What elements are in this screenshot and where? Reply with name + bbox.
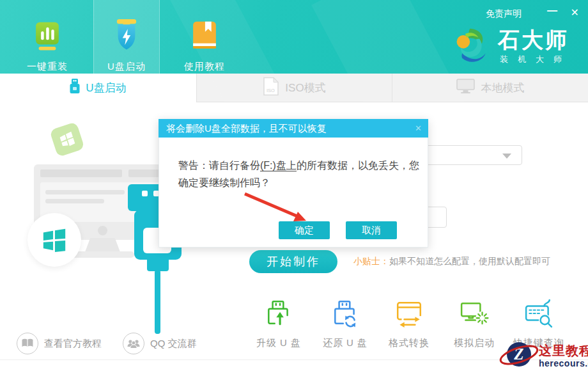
app-logo: 石大师 装机大师: [453, 26, 571, 67]
book-icon: [189, 19, 220, 56]
link-label: QQ 交流群: [150, 338, 197, 350]
tool-label: 还原 U 盘: [314, 337, 376, 349]
confirm-button[interactable]: 确定: [279, 221, 330, 239]
dialog-warning-text: 警告：请自行备份(F:)盘上的所有数据，以免丢失，您确定要继续制作吗？: [178, 157, 422, 191]
chevron-down-icon: [502, 154, 511, 159]
tool-label: 格式转换: [378, 337, 440, 349]
tool-simulate-boot[interactable]: 模拟启动: [444, 299, 505, 349]
watermark-title: 这里教程网: [539, 343, 588, 358]
shield-lightning-icon: [111, 18, 143, 56]
tool-restore-usb[interactable]: 还原 U 盘: [314, 299, 376, 349]
tool-upgrade-usb[interactable]: 升级 U 盘: [248, 299, 309, 349]
usb-upgrade-icon: [264, 320, 293, 331]
windows-tile-icon: [49, 122, 84, 157]
drive-letter: (F:)盘上: [260, 160, 297, 171]
nav-item-usb-boot[interactable]: U盘启动: [96, 19, 157, 73]
nav-item-onekey-reinstall[interactable]: 一键重装: [17, 19, 78, 73]
app-window: 一键重装 U盘启动: [0, 0, 588, 371]
start-making-button[interactable]: 开始制作: [249, 250, 337, 273]
delete-warning-dialog: 将会删除U盘全部数据，且不可以恢复 ✕ 警告：请自行备份(F:)盘上的所有数据，…: [159, 119, 428, 248]
tool-label: 模拟启动: [444, 337, 505, 349]
link-label: 查看官方教程: [44, 338, 102, 350]
usb-drive-icon: [70, 79, 80, 97]
bar-chart-icon: [31, 19, 63, 56]
link-official-tutorial[interactable]: 查看官方教程: [17, 333, 102, 354]
tab-usb-boot[interactable]: U盘启动: [0, 74, 196, 102]
app-header: 一键重装 U盘启动: [0, 0, 588, 74]
tip-text: 小贴士：如果不知道怎么配置，使用默认配置即可: [353, 256, 550, 267]
tip-label: 小贴士：: [353, 256, 389, 266]
people-group-icon: [123, 333, 144, 354]
minimize-icon[interactable]: —: [547, 5, 557, 17]
open-book-icon: [17, 333, 38, 354]
usb-illustration-connector: [147, 258, 169, 271]
hotkey-query-icon: [524, 320, 553, 331]
tab-label: 本地模式: [481, 81, 525, 95]
site-watermark: Z 这里教程网 herecours.com: [499, 337, 588, 371]
link-qq-group[interactable]: QQ 交流群: [123, 333, 197, 354]
watermark-domain: herecours.com: [539, 358, 588, 368]
simulate-boot-icon: [460, 320, 489, 331]
nav-item-tutorial[interactable]: 使用教程: [174, 19, 235, 73]
mode-tabbar: U盘启动 ISO ISO模式 本地模式: [0, 74, 588, 102]
nav-label: U盘启动: [107, 61, 146, 73]
tool-label: 升级 U 盘: [248, 337, 309, 349]
windows-logo-badge: [27, 213, 81, 267]
monitor-base: [72, 251, 134, 258]
dialog-close-icon[interactable]: ✕: [415, 119, 422, 138]
logo-title: 石大师: [498, 28, 571, 52]
tab-label: ISO模式: [285, 81, 325, 95]
cancel-button[interactable]: 取消: [346, 221, 397, 239]
monitor-stand: [85, 238, 120, 252]
dialog-titlebar: 将会删除U盘全部数据，且不可以恢复 ✕: [159, 119, 428, 138]
dialog-title: 将会删除U盘全部数据，且不可以恢复: [166, 123, 327, 134]
nav-label: 使用教程: [184, 61, 225, 73]
watermark-badge-icon: Z: [499, 337, 541, 371]
usb-restore-icon: [330, 320, 360, 331]
logo-swirl-icon: [453, 26, 491, 67]
close-icon[interactable]: ✕: [571, 6, 579, 19]
usb-illustration-cable: [155, 270, 160, 334]
disclaimer-link[interactable]: 免责声明: [486, 8, 522, 20]
logo-subtitle: 装机大师: [500, 54, 571, 65]
tool-format-convert[interactable]: 格式转换: [378, 299, 440, 349]
tab-label: U盘启动: [86, 81, 126, 95]
format-convert-icon: [394, 320, 424, 331]
nav-label: 一键重装: [27, 61, 68, 73]
